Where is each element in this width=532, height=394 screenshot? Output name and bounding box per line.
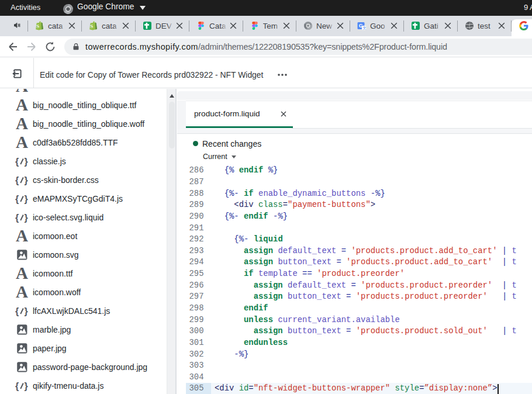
svg-text:}: } bbox=[25, 194, 28, 204]
svg-text:}: } bbox=[25, 157, 28, 167]
svg-text:{: { bbox=[15, 175, 19, 185]
svg-text:{: { bbox=[15, 194, 19, 204]
svg-text:{: { bbox=[15, 306, 19, 316]
svg-text:}: } bbox=[25, 213, 28, 223]
svg-text:文: 文 bbox=[363, 26, 367, 30]
svg-text:}: } bbox=[25, 381, 28, 391]
svg-text:}: } bbox=[25, 306, 28, 316]
svg-text:}: } bbox=[25, 175, 28, 185]
svg-text:{: { bbox=[15, 157, 19, 167]
svg-text:{: { bbox=[15, 381, 19, 391]
svg-text:{: { bbox=[15, 213, 19, 223]
